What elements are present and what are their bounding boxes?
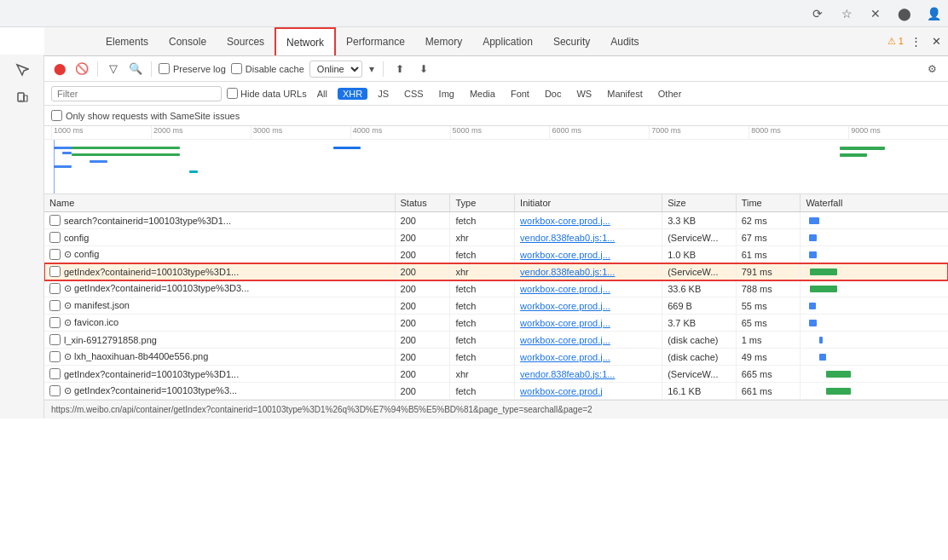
throttle-select[interactable]: Online [309, 61, 362, 78]
col-status-header[interactable]: Status [395, 194, 450, 212]
col-waterfall-header[interactable]: Waterfall [801, 194, 948, 212]
row-checkbox[interactable] [49, 368, 61, 379]
initiator-cell[interactable]: workbox-core.prod.j... [515, 212, 662, 229]
initiator-link[interactable]: vendor.838feab0.js:1... [520, 267, 615, 277]
filter-input[interactable] [51, 86, 222, 101]
initiator-link[interactable]: workbox-core.prod.j... [520, 335, 610, 345]
name-cell[interactable]: l_xin-6912791858.png [44, 332, 395, 349]
download-icon[interactable]: ⬇ [414, 60, 433, 78]
close-circle-icon[interactable]: ✕ [868, 6, 883, 21]
refresh-icon[interactable]: ⟳ [810, 6, 825, 21]
devtools-timeline[interactable]: 1000 ms 2000 ms 3000 ms 4000 ms 5000 ms … [44, 126, 948, 194]
initiator-cell[interactable]: workbox-core.prod.j [515, 383, 662, 400]
name-cell[interactable]: ⊙ getIndex?containerid=100103type%3D3... [44, 280, 395, 297]
star-icon[interactable]: ☆ [839, 6, 854, 21]
row-checkbox[interactable] [49, 300, 61, 311]
tab-console[interactable]: Console [159, 27, 217, 55]
initiator-link[interactable]: vendor.838feab0.js:1... [520, 369, 615, 379]
upload-icon[interactable]: ⬆ [390, 60, 409, 78]
initiator-cell[interactable]: vendor.838feab0.js:1... [515, 229, 662, 246]
name-cell[interactable]: getIndex?containerid=100103type%3D1... [44, 263, 395, 280]
row-checkbox[interactable] [49, 266, 61, 277]
name-cell[interactable]: getIndex?containerid=100103type%3D1... [44, 366, 395, 383]
table-row[interactable]: ⊙ config 200fetchworkbox-core.prod.j...1… [44, 246, 948, 263]
hide-data-urls-checkbox[interactable] [227, 88, 238, 99]
table-row[interactable]: config 200xhrvendor.838feab0.js:1...(Ser… [44, 229, 948, 246]
initiator-link[interactable]: vendor.838feab0.js:1... [520, 233, 615, 243]
col-time-header[interactable]: Time [736, 194, 801, 212]
row-checkbox[interactable] [49, 283, 61, 294]
initiator-link[interactable]: workbox-core.prod.j... [520, 284, 610, 294]
initiator-cell[interactable]: vendor.838feab0.js:1... [515, 366, 662, 383]
close-devtools-button[interactable]: ✕ [928, 33, 945, 50]
filter-all[interactable]: All [312, 88, 332, 100]
row-checkbox[interactable] [49, 249, 61, 260]
row-checkbox[interactable] [49, 232, 61, 243]
row-checkbox[interactable] [49, 385, 61, 396]
filter-font[interactable]: Font [506, 88, 535, 100]
search-button[interactable]: 🔍 [127, 61, 144, 78]
filter-ws[interactable]: WS [571, 88, 597, 100]
table-row[interactable]: ⊙ getIndex?containerid=100103type%3D3...… [44, 280, 948, 297]
initiator-link[interactable]: workbox-core.prod.j... [520, 318, 610, 328]
initiator-link[interactable]: workbox-core.prod.j... [520, 301, 610, 311]
row-checkbox[interactable] [49, 317, 61, 328]
filter-img[interactable]: Img [434, 88, 460, 100]
initiator-cell[interactable]: vendor.838feab0.js:1... [515, 263, 662, 280]
samesite-label[interactable]: Only show requests with SameSite issues [51, 110, 240, 121]
circle-icon[interactable]: ⬤ [897, 6, 912, 21]
table-row[interactable]: getIndex?containerid=100103type%3D1... 2… [44, 366, 948, 383]
network-table-wrapper[interactable]: Name Status Type Initiator Size Time Wat… [44, 194, 948, 400]
row-checkbox[interactable] [49, 351, 61, 362]
preserve-log-label[interactable]: Preserve log [159, 63, 226, 74]
tab-security[interactable]: Security [543, 27, 600, 55]
col-initiator-header[interactable]: Initiator [515, 194, 662, 212]
row-checkbox[interactable] [49, 334, 61, 345]
record-button[interactable]: ⬤ [51, 61, 68, 78]
clear-button[interactable]: 🚫 [73, 61, 90, 78]
table-row[interactable]: ⊙ getIndex?containerid=100103type%3... 2… [44, 383, 948, 400]
name-cell[interactable]: config [44, 229, 395, 246]
settings-icon[interactable]: ⚙ [922, 60, 941, 78]
person-icon[interactable]: 👤 [926, 6, 941, 21]
preserve-log-checkbox[interactable] [159, 63, 170, 74]
col-type-header[interactable]: Type [450, 194, 515, 212]
filter-other[interactable]: Other [653, 88, 687, 100]
table-row[interactable]: l_xin-6912791858.png 200fetchworkbox-cor… [44, 332, 948, 349]
name-cell[interactable]: ⊙ manifest.json [44, 297, 395, 315]
initiator-link[interactable]: workbox-core.prod.j... [520, 352, 610, 362]
tab-elements[interactable]: Elements [95, 27, 159, 55]
filter-js[interactable]: JS [373, 88, 394, 100]
filter-media[interactable]: Media [465, 88, 500, 100]
col-size-header[interactable]: Size [662, 194, 737, 212]
table-row[interactable]: ⊙ manifest.json 200fetchworkbox-core.pro… [44, 297, 948, 315]
initiator-link[interactable]: workbox-core.prod.j... [520, 250, 610, 260]
hide-data-urls-label[interactable]: Hide data URLs [227, 88, 307, 99]
tab-sources[interactable]: Sources [217, 27, 275, 55]
disable-cache-label[interactable]: Disable cache [231, 63, 304, 74]
tab-memory[interactable]: Memory [415, 27, 472, 55]
initiator-cell[interactable]: workbox-core.prod.j... [515, 332, 662, 349]
name-cell[interactable]: ⊙ lxh_haoxihuan-8b4400e556.png [44, 349, 395, 366]
filter-xhr[interactable]: XHR [338, 88, 367, 100]
initiator-cell[interactable]: workbox-core.prod.j... [515, 246, 662, 263]
filter-manifest[interactable]: Manifest [602, 88, 648, 100]
name-cell[interactable]: search?containerid=100103type%3D1... [44, 212, 395, 229]
filter-css[interactable]: CSS [399, 88, 429, 100]
name-cell[interactable]: ⊙ getIndex?containerid=100103type%3... [44, 383, 395, 400]
more-menu-button[interactable]: ⋮ [907, 33, 924, 50]
table-row[interactable]: search?containerid=100103type%3D1... 200… [44, 212, 948, 229]
name-cell[interactable]: ⊙ favicon.ico [44, 315, 395, 332]
table-row[interactable]: ⊙ favicon.ico 200fetchworkbox-core.prod.… [44, 315, 948, 332]
initiator-cell[interactable]: workbox-core.prod.j... [515, 297, 662, 315]
tab-performance[interactable]: Performance [336, 27, 415, 55]
device-icon[interactable] [10, 87, 34, 111]
table-row[interactable]: ⊙ lxh_haoxihuan-8b4400e556.png 200fetchw… [44, 349, 948, 366]
initiator-link[interactable]: workbox-core.prod.j... [520, 216, 610, 226]
tab-network[interactable]: Network [275, 27, 336, 55]
initiator-link[interactable]: workbox-core.prod.j [520, 386, 603, 396]
col-name-header[interactable]: Name [44, 194, 395, 212]
name-cell[interactable]: ⊙ config [44, 246, 395, 263]
tab-audits[interactable]: Audits [600, 27, 649, 55]
tab-application[interactable]: Application [472, 27, 543, 55]
